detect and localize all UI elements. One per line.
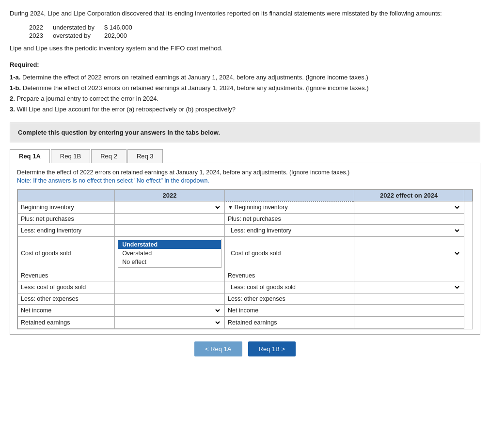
required-item: 2. Prepare a journal entry to correct th… [10, 93, 480, 104]
effect-value-cell[interactable] [354, 214, 464, 225]
col-2022-cell[interactable]: Understated Overstated No effect [115, 317, 225, 329]
effect-row-label: Cost of goods sold [231, 250, 281, 257]
table-row: Cost of goods sold Understated Overstate… [18, 237, 473, 270]
effect-value-cell[interactable]: Understated Overstated No effect [354, 225, 464, 237]
table-row: Plus: net purchasesPlus: net purchases [18, 214, 473, 225]
col1-input[interactable] [118, 216, 221, 222]
col1-select[interactable]: Understated Overstated No effect [118, 307, 221, 314]
col1-select[interactable]: Understated Overstated No effect [118, 319, 221, 326]
table-row: Net income Understated Overstated No eff… [18, 305, 473, 317]
table-row: Less: other expensesLess: other expenses [18, 294, 473, 305]
col2-select[interactable]: Understated Overstated No effect [357, 227, 461, 234]
required-item: 3. Will Lipe and Lipe account for the er… [10, 104, 480, 115]
col2-input[interactable] [357, 319, 461, 326]
effect-label-cell: ▼Beginning inventory [224, 201, 354, 214]
nav-buttons: < Req 1A Req 1B > [10, 341, 480, 356]
col-2022-cell[interactable] [115, 270, 225, 281]
effect-value-cell[interactable] [354, 305, 464, 317]
effect-value-cell[interactable] [354, 317, 464, 329]
table-row: Beginning inventory Understated Overstat… [18, 201, 473, 214]
effect-value-cell[interactable]: Understated Overstated No effect [354, 201, 464, 214]
effect-row-label: Net income [228, 307, 258, 314]
effect-row-label: Plus: net purchases [228, 216, 281, 222]
col2-input[interactable] [357, 272, 461, 279]
uses-text: Lipe and Lipe uses the periodic inventor… [10, 44, 480, 53]
row-label: Beginning inventory [18, 201, 115, 214]
amount-value: $ 146,000 [99, 23, 137, 31]
col1-input[interactable] [118, 284, 221, 291]
row-label: Retained earnings [18, 317, 115, 329]
col2-select[interactable]: Understated Overstated No effect [357, 203, 461, 211]
required-title: Required: [10, 60, 480, 70]
tab-req1b[interactable]: Req 1B [51, 149, 90, 163]
effect-row-label: Less: cost of goods sold [231, 284, 296, 291]
instruction-box: Complete this question by entering your … [10, 123, 480, 142]
col1-select[interactable]: Understated Overstated No effect [118, 203, 221, 211]
amount-year: 2023 [24, 31, 48, 40]
effect-label-cell: Cost of goods sold [224, 237, 354, 270]
prev-button[interactable]: < Req 1A [194, 341, 242, 356]
option-noeffect[interactable]: No effect [118, 258, 221, 266]
effect-label-cell: Less: cost of goods sold [224, 281, 354, 294]
tab-req2[interactable]: Req 2 [91, 149, 126, 163]
col1-input[interactable] [118, 227, 221, 234]
tab-req1a[interactable]: Req 1A [10, 149, 50, 163]
dropdown-arrow-icon: ▼ [228, 204, 233, 210]
col-2022-cell[interactable]: Understated Overstated No effect [115, 237, 225, 270]
effect-value-cell[interactable] [354, 294, 464, 305]
col2-select[interactable]: Understated Overstated No effect [357, 249, 461, 257]
effect-value-cell[interactable]: Understated Overstated No effect [354, 237, 464, 270]
col2-input[interactable] [357, 295, 461, 302]
header-label [18, 190, 115, 201]
table-row: Retained earnings Understated Overstated… [18, 317, 473, 329]
row-label: Revenues [18, 270, 115, 281]
col-2022-cell[interactable] [115, 214, 225, 225]
row-label: Cost of goods sold [18, 237, 115, 270]
required-item: 1-b. Determine the effect of 2023 errors… [10, 83, 480, 93]
tab-content-area: Determine the effect of 2022 errors on r… [10, 163, 480, 335]
amount-type: understated by [48, 23, 99, 31]
option-understated[interactable]: Understated [118, 240, 221, 249]
table-row: Less: ending inventoryLess: ending inven… [18, 225, 473, 237]
col-2022-cell[interactable] [115, 225, 225, 237]
row-label: Plus: net purchases [18, 214, 115, 225]
table-row: RevenuesRevenues [18, 270, 473, 281]
col1-input[interactable] [118, 272, 221, 279]
effect-value-cell[interactable]: Understated Overstated No effect [354, 281, 464, 294]
tabs-container: Req 1AReq 1BReq 2Req 3 Determine the eff… [10, 149, 480, 335]
col-2022-cell[interactable]: Understated Overstated No effect [115, 305, 225, 317]
header-spacer [224, 190, 354, 201]
col2-input[interactable] [357, 307, 461, 314]
table-row: Less: cost of goods soldLess: cost of go… [18, 281, 473, 294]
option-overstated[interactable]: Overstated [118, 249, 221, 258]
amount-value: 202,000 [99, 31, 137, 40]
effect-row-label: Retained earnings [228, 319, 277, 326]
effect-label-cell: Less: ending inventory [224, 225, 354, 237]
col2-input[interactable] [357, 216, 461, 222]
col-2022-cell[interactable] [115, 294, 225, 305]
effect-row-label: Revenues [228, 272, 255, 279]
tabs-row: Req 1AReq 1BReq 2Req 3 [10, 149, 480, 163]
col1-input[interactable] [118, 295, 221, 302]
col-2022-cell[interactable] [115, 281, 225, 294]
effect-label-cell: Revenues [224, 270, 354, 281]
dropdown-options: Understated Overstated No effect [118, 239, 221, 268]
intro-text: During 2024, Lipe and Lipe Corporation d… [10, 9, 480, 18]
header-col2: 2022 effect on 2024 [354, 190, 464, 201]
row-label: Less: cost of goods sold [18, 281, 115, 294]
effect-row-label: Less: ending inventory [231, 227, 291, 234]
required-section: Required: 1-a. Determine the effect of 2… [10, 60, 480, 115]
amount-type: overstated by [48, 31, 99, 40]
col2-select[interactable]: Understated Overstated No effect [357, 283, 461, 291]
tab-description: Determine the effect of 2022 errors on r… [17, 168, 473, 177]
effect-label-cell: Plus: net purchases [224, 214, 354, 225]
effect-value-cell[interactable] [354, 270, 464, 281]
header-col1: 2022 [115, 190, 225, 201]
effect-label-cell: Net income [224, 305, 354, 317]
col-2022-cell[interactable]: Understated Overstated No effect [115, 201, 225, 214]
next-button[interactable]: Req 1B > [248, 341, 296, 356]
tab-req3[interactable]: Req 3 [127, 149, 163, 163]
effect-label-cell: Less: other expenses [224, 294, 354, 305]
row-label: Less: other expenses [18, 294, 115, 305]
note-text: Note: If the answers is no effect then s… [17, 177, 473, 184]
